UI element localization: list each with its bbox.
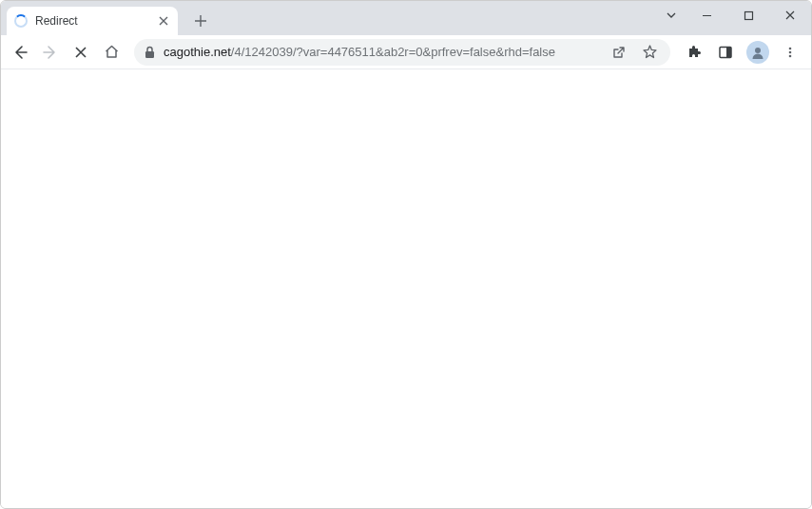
toolbar: cagothie.net/4/1242039/?var=4476511&ab2r… (1, 35, 811, 69)
lock-icon[interactable] (144, 46, 156, 59)
close-icon (784, 10, 796, 21)
minimize-button[interactable] (686, 1, 727, 29)
share-icon (611, 45, 627, 60)
menu-button[interactable] (777, 39, 803, 66)
svg-rect-3 (726, 47, 731, 57)
close-icon (159, 16, 168, 26)
back-button[interactable] (7, 39, 33, 66)
svg-point-7 (789, 54, 792, 57)
loading-spinner-icon (14, 14, 28, 28)
titlebar: Redirect (1, 1, 811, 35)
page-content (1, 69, 811, 508)
home-button[interactable] (98, 39, 125, 66)
chevron-down-icon (666, 10, 677, 21)
share-button[interactable] (608, 41, 630, 64)
arrow-left-icon (11, 44, 29, 61)
extensions-button[interactable] (680, 39, 706, 66)
tab-title: Redirect (35, 14, 149, 28)
stop-button[interactable] (68, 39, 94, 66)
url-domain: cagothie.net (164, 45, 231, 59)
forward-button[interactable] (37, 39, 64, 66)
home-icon (104, 44, 120, 60)
tab-search-button[interactable] (657, 1, 686, 29)
address-bar[interactable]: cagothie.net/4/1242039/?var=4476511&ab2r… (134, 39, 670, 66)
url-path: /4/1242039/?var=4476511&ab2r=0&prfrev=fa… (231, 45, 555, 59)
puzzle-icon (686, 44, 702, 60)
url-text: cagothie.net/4/1242039/?var=4476511&ab2r… (164, 45, 600, 59)
svg-point-5 (789, 47, 792, 49)
tab-close-button[interactable] (157, 14, 170, 28)
side-panel-button[interactable] (712, 39, 739, 66)
minimize-icon (702, 10, 712, 21)
window-controls (657, 1, 811, 29)
plus-icon (194, 14, 207, 28)
browser-tab[interactable]: Redirect (7, 7, 178, 35)
person-icon (750, 45, 765, 60)
new-tab-button[interactable] (187, 8, 214, 34)
bookmark-button[interactable] (638, 41, 661, 64)
svg-point-4 (755, 48, 761, 53)
maximize-button[interactable] (727, 1, 769, 29)
maximize-icon (744, 10, 754, 21)
panel-icon (718, 45, 733, 60)
toolbar-right (680, 39, 805, 66)
star-icon (642, 44, 658, 60)
arrow-right-icon (42, 44, 59, 61)
avatar (746, 41, 769, 64)
window-close-button[interactable] (769, 1, 811, 29)
svg-rect-1 (145, 51, 154, 58)
profile-button[interactable] (744, 39, 771, 66)
svg-point-6 (789, 50, 792, 53)
svg-rect-0 (744, 11, 752, 19)
close-icon (74, 46, 87, 59)
kebab-icon (783, 46, 797, 59)
